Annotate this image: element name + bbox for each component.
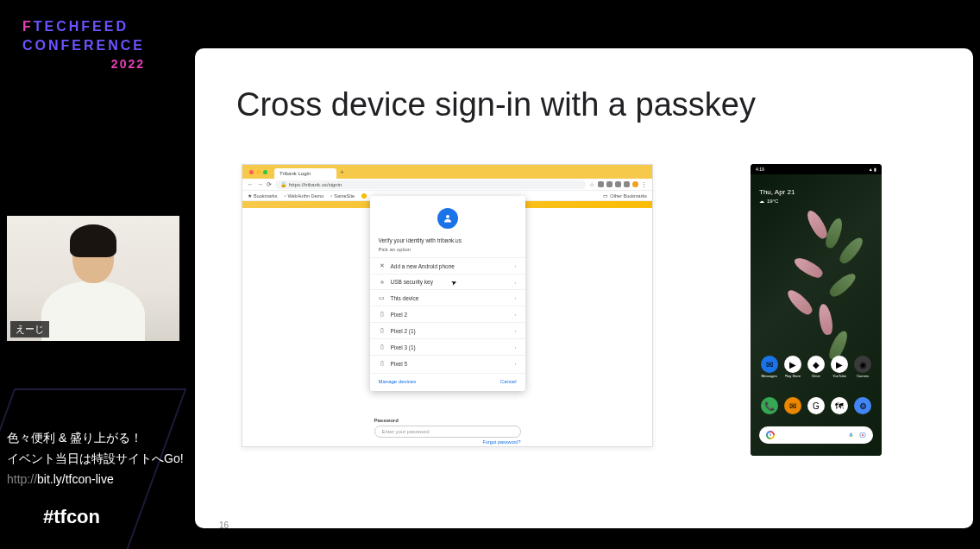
app-glyph-icon: ▶	[784, 356, 801, 373]
device-icon: ⎆	[379, 279, 386, 285]
app-icon[interactable]: G	[807, 397, 825, 414]
authenticator-option[interactable]: ✕Add a new Android phone›	[370, 257, 525, 274]
chevron-right-icon: ›	[515, 295, 517, 300]
password-section: Password Enter your password Forgot pass…	[374, 418, 521, 445]
browser-tab[interactable]: Tribank Login	[274, 168, 336, 179]
chevron-right-icon: ›	[515, 312, 517, 317]
device-icon: ✕	[379, 262, 386, 269]
minimize-icon[interactable]	[256, 170, 261, 174]
option-label: Pixel 3 (1)	[391, 344, 510, 350]
app-glyph-icon: ⚙	[854, 397, 871, 414]
svg-rect-1	[851, 432, 852, 436]
close-icon[interactable]	[249, 170, 254, 174]
app-label: Drive	[812, 374, 820, 378]
window-controls[interactable]	[249, 170, 267, 174]
chevron-right-icon: ›	[515, 280, 517, 285]
weather-icon: ☁	[759, 198, 764, 204]
app-icon[interactable]: ▶Play Store	[784, 356, 801, 378]
google-logo-icon	[766, 431, 775, 439]
lock-icon: 🔒	[280, 181, 286, 187]
app-icon[interactable]: ◉Camera	[854, 356, 871, 378]
presenter-webcam: えーじ	[7, 216, 179, 341]
app-glyph-icon: ◆	[807, 356, 825, 373]
new-tab-button[interactable]: +	[340, 168, 344, 176]
option-label: Pixel 2 (1)	[391, 328, 510, 334]
authenticator-option[interactable]: ▯Pixel 2›	[370, 306, 525, 322]
extension-icon[interactable]	[606, 181, 612, 187]
slide-title: Cross device sign-in with a passkey	[236, 86, 932, 123]
lens-icon[interactable]	[859, 432, 866, 439]
widget-temp: 19°C	[767, 199, 778, 204]
app-icon[interactable]: 📞	[761, 397, 778, 414]
app-glyph-icon: 📞	[761, 397, 778, 414]
app-label: Messages	[761, 374, 776, 378]
authenticator-option[interactable]: ▯Pixel 2 (1)›	[370, 322, 525, 338]
bookmark-star-icon[interactable]: ☆	[589, 181, 595, 187]
authenticator-option[interactable]: ▯Pixel 3 (1)›	[370, 338, 525, 355]
bookmark-item[interactable]: ▫ WebAuthn Demo	[285, 193, 324, 199]
bookmark-item[interactable]: ▫ SameSite	[330, 193, 355, 199]
option-label: This device	[391, 295, 510, 301]
extension-icon[interactable]	[624, 181, 630, 187]
chevron-right-icon: ›	[515, 344, 517, 350]
chevron-right-icon: ›	[515, 361, 517, 366]
device-icon: ▯	[379, 311, 386, 318]
app-label: Camera	[857, 374, 869, 378]
device-icon: ▯	[379, 327, 386, 334]
device-icon: ▯	[379, 344, 386, 350]
browser-tab-strip: Tribank Login +	[242, 165, 652, 179]
slide-page-number: 16	[219, 521, 229, 530]
device-icon: ▭	[379, 294, 386, 301]
app-glyph-icon: ✉	[761, 356, 778, 373]
password-input[interactable]: Enter your password	[374, 426, 521, 438]
tab-title: Tribank Login	[280, 171, 311, 176]
phone-status-bar: 4:19 ▲ ▮	[751, 164, 882, 174]
dialog-title: Verify your identity with tribank.us	[370, 237, 525, 243]
app-glyph-icon: ✉	[784, 397, 801, 414]
app-glyph-icon: G	[807, 397, 825, 414]
authenticator-option[interactable]: ▯Pixel 5›	[370, 355, 525, 371]
omnibox[interactable]: 🔒 https://tribank.us/signin	[275, 180, 586, 189]
option-label: Add a new Android phone	[391, 263, 510, 269]
other-bookmarks[interactable]: ▭ Other Bookmarks	[603, 193, 647, 199]
reload-button[interactable]: ⟳	[267, 181, 272, 188]
forgot-password-link[interactable]: Forgot password?	[374, 439, 521, 445]
app-icon[interactable]: ✉Messages	[761, 356, 778, 378]
app-icon[interactable]: ◆Drive	[807, 356, 825, 378]
app-icon[interactable]: ⚙	[854, 397, 871, 414]
menu-icon[interactable]: ⋮	[641, 181, 647, 187]
bookmark-item[interactable]: ★ Bookmarks	[248, 193, 278, 199]
google-search-bar[interactable]	[759, 426, 873, 444]
mic-icon[interactable]	[848, 431, 854, 439]
chevron-right-icon: ›	[515, 328, 517, 333]
forward-button[interactable]: →	[257, 181, 263, 187]
password-label: Password	[374, 418, 521, 423]
authenticator-option[interactable]: ▭This device›	[370, 289, 525, 306]
app-row: ✉Messages▶Play Store◆Drive▶YouTube◉Camer…	[751, 356, 882, 378]
address-bar-row: ← → ⟳ 🔒 https://tribank.us/signin ☆ ⋮	[242, 179, 652, 191]
chevron-right-icon: ›	[515, 263, 517, 268]
authenticator-option[interactable]: ⎆USB security key›	[370, 274, 525, 289]
app-icon[interactable]: ✉	[784, 397, 801, 414]
back-button[interactable]: ←	[248, 181, 254, 187]
manage-devices-link[interactable]: Manage devices	[379, 379, 417, 384]
webauthn-dialog: Verify your identity with tribank.us Pic…	[370, 196, 525, 391]
promo-url: http://bit.ly/tfcon-live	[7, 470, 184, 490]
maximize-icon[interactable]	[263, 170, 267, 174]
app-glyph-icon: ▶	[831, 356, 848, 373]
app-glyph-icon: ◉	[854, 356, 871, 373]
cancel-button[interactable]: Cancel	[500, 379, 517, 384]
status-icons: ▲ ▮	[869, 167, 876, 172]
bookmark-item[interactable]	[361, 193, 367, 199]
user-avatar-icon	[437, 208, 458, 229]
app-icon[interactable]: 🗺	[831, 397, 848, 414]
promo-line-1: 色々便利 & 盛り上がる！	[7, 428, 184, 449]
extension-icon[interactable]	[598, 181, 604, 187]
extension-icon[interactable]	[615, 181, 621, 187]
app-icon[interactable]: ▶YouTube	[831, 356, 848, 378]
date-weather-widget[interactable]: Thu, Apr 21 ☁19°C	[759, 188, 795, 204]
widget-date: Thu, Apr 21	[759, 188, 795, 196]
svg-point-4	[862, 434, 864, 436]
svg-point-0	[446, 215, 449, 218]
profile-avatar-icon[interactable]	[632, 181, 638, 187]
